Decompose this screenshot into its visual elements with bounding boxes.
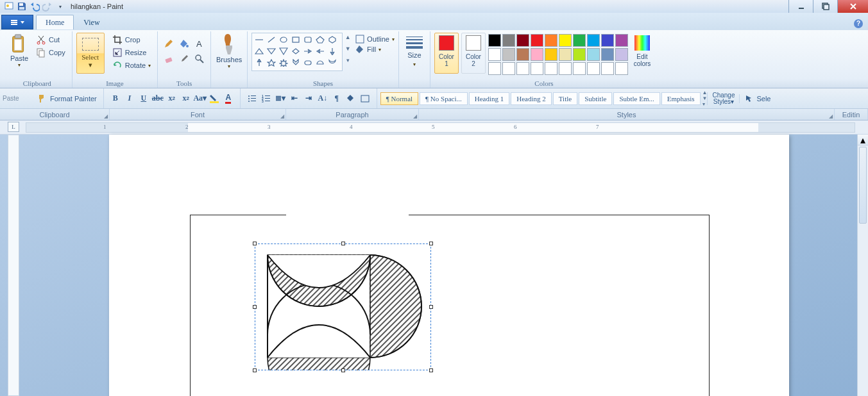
color-swatch[interactable] [615,62,628,75]
paste-button[interactable]: Paste ▾ [6,31,32,68]
color-swatch[interactable] [559,48,572,61]
decrease-indent-button[interactable]: ⇤ [288,93,301,104]
increase-indent-button[interactable]: ⇥ [302,93,315,104]
color-swatch[interactable] [545,34,557,47]
style--no-spaci-[interactable]: ¶ No Spaci... [420,92,468,105]
strikethrough-button[interactable]: abc [151,93,164,104]
color-swatch[interactable] [587,62,600,75]
crop-button[interactable]: Crop [111,34,152,45]
ruler-vertical[interactable] [8,135,19,396]
resize-handle[interactable] [341,242,345,245]
color-swatch[interactable] [531,62,543,75]
tab-selector[interactable]: L [8,122,19,132]
style-subtle-em-[interactable]: Subtle Em... [613,92,660,105]
pasted-image-selection[interactable] [255,243,431,370]
style-heading-1[interactable]: Heading 1 [469,92,510,105]
shapes-gallery[interactable] [251,33,343,71]
color-swatch[interactable] [516,48,529,61]
color-swatch[interactable] [502,62,515,75]
text-tool[interactable]: A [192,37,207,51]
shape-fill-button[interactable]: Fill ▾ [355,45,395,54]
color-picker-tool[interactable] [177,52,191,66]
resize-handle[interactable] [253,305,257,309]
brushes-button[interactable]: Brushes ▾ [215,31,243,69]
color-swatch[interactable] [488,48,501,61]
minimize-button[interactable] [788,0,813,13]
color-1-button[interactable]: Color 1 [434,33,459,74]
color-swatch[interactable] [559,62,572,75]
color-swatch[interactable] [545,62,557,75]
color-swatch[interactable] [545,48,557,61]
qat-dropdown-icon[interactable]: ▾ [55,1,65,12]
color-swatch[interactable] [587,48,600,61]
color-swatch[interactable] [615,34,628,47]
bold-button[interactable]: B [109,93,122,104]
resize-handle[interactable] [253,368,257,372]
color-palette[interactable] [488,33,628,75]
style-subtitle[interactable]: Subtitle [579,92,612,105]
style-title[interactable]: Title [553,92,577,105]
color-2-button[interactable]: Color 2 [461,33,486,74]
rotate-button[interactable]: Rotate ▾ [111,60,152,71]
style-heading-2[interactable]: Heading 2 [511,92,552,105]
italic-button[interactable]: I [123,93,136,104]
bullets-button[interactable] [246,93,259,104]
fill-tool[interactable] [177,37,191,51]
highlight-button[interactable] [208,93,221,104]
color-swatch[interactable] [601,48,614,61]
numbering-button[interactable]: 123 [260,93,273,104]
borders-button[interactable] [359,93,371,104]
magnifier-tool[interactable] [192,52,207,66]
color-swatch[interactable] [502,34,515,47]
scroll-thumb[interactable] [859,147,867,224]
font-color-button[interactable]: A [222,93,235,104]
shapes-scroll-down[interactable]: ▼ [343,43,353,54]
help-icon[interactable]: ? [854,19,863,28]
color-swatch[interactable] [559,34,572,47]
styles-scroll-down[interactable]: ▼ [702,95,708,101]
sort-button[interactable]: A↓ [316,93,329,104]
redo-icon[interactable] [42,1,53,12]
size-button[interactable]: Size ▾ [403,31,426,67]
scroll-up-button[interactable]: ▴ [858,135,868,145]
color-swatch[interactable] [601,62,614,75]
color-swatch[interactable] [573,34,586,47]
shapes-scroll-up[interactable]: ▲ [343,31,353,43]
change-styles-button[interactable]: Change Styles▾ [707,92,739,105]
color-swatch[interactable] [531,48,543,61]
color-swatch[interactable] [488,62,501,75]
shapes-more[interactable]: ▾ [343,54,353,66]
color-swatch[interactable] [587,34,600,47]
maximize-button[interactable] [813,0,837,13]
copy-button[interactable]: Copy [35,47,67,58]
shading-button[interactable] [345,93,357,104]
color-swatch[interactable] [516,34,529,47]
resize-handle[interactable] [429,368,433,372]
color-swatch[interactable] [488,34,501,47]
resize-handle[interactable] [429,242,433,245]
resize-handle[interactable] [253,242,257,245]
styles-more[interactable]: ▾ [702,101,708,107]
color-swatch[interactable] [531,34,543,47]
resize-button[interactable]: Resize [111,47,152,58]
save-icon[interactable] [17,1,27,12]
styles-scroll-up[interactable]: ▲ [702,90,708,95]
tab-view[interactable]: View [74,15,109,29]
style--normal[interactable]: ¶ Normal [380,92,418,105]
superscript-button[interactable]: x2 [180,93,192,104]
close-button[interactable] [837,0,868,13]
vertical-scrollbar[interactable]: ▴ [857,135,868,396]
resize-handle[interactable] [429,305,433,309]
color-swatch[interactable] [573,62,586,75]
show-marks-button[interactable]: ¶ [330,93,343,104]
multilevel-button[interactable]: ≣▾ [274,93,287,104]
word-styles-gallery[interactable]: ¶ Normal¶ No Spaci...Heading 1Heading 2T… [380,92,701,105]
ruler-horizontal[interactable]: L 1234567 [0,120,868,135]
tab-home[interactable]: Home [36,15,74,29]
cut-button[interactable]: Cut [35,34,67,45]
file-menu-button[interactable] [1,15,33,29]
underline-button[interactable]: U [137,93,150,104]
select-button[interactable]: Select ▾ [76,33,105,74]
color-swatch[interactable] [573,48,586,61]
edit-colors-button[interactable]: Edit colors [631,33,654,67]
